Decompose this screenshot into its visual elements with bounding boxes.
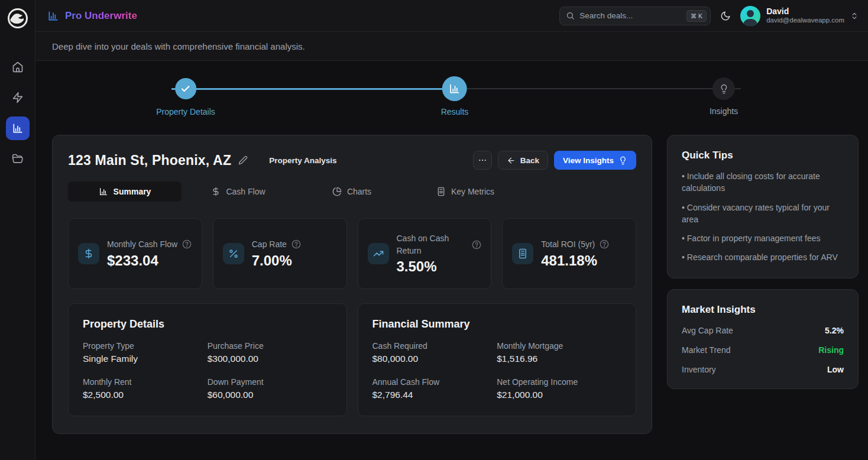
metric-monthly-cash-flow: Monthly Cash Flow $233.04 <box>68 218 202 289</box>
step-property-details[interactable]: Property Details <box>156 78 215 116</box>
insight-value: Low <box>827 365 844 374</box>
page-subtitle-bar: Deep dive into your deals with comprehen… <box>35 32 868 61</box>
bar-chart-icon <box>12 122 24 134</box>
metric-label: Cash on Cash Return <box>397 232 468 257</box>
field-annual-cash-flow: Annual Cash Flow $2,796.44 <box>373 377 497 400</box>
metric-cash-on-cash: Cash on Cash Return 3.50% <box>358 218 492 289</box>
app-logo[interactable] <box>7 8 28 29</box>
field-monthly-rent: Monthly Rent $2,500.00 <box>83 377 208 400</box>
metric-cap-rate: Cap Rate 7.00% <box>213 218 347 289</box>
sidebar-item-analysis[interactable] <box>6 116 30 140</box>
field-value: $2,796.44 <box>373 390 497 400</box>
percent-icon <box>223 243 244 264</box>
field-value: $1,516.96 <box>497 354 621 364</box>
moon-icon <box>720 11 731 21</box>
metric-total-roi: Total ROI (5yr) 481.18% <box>502 218 636 289</box>
step-label: Results <box>441 107 469 116</box>
field-monthly-mortgage: Monthly Mortgage $1,516.96 <box>497 341 621 364</box>
back-button[interactable]: Back <box>498 151 548 170</box>
app-title: Pro Underwrite <box>65 10 137 22</box>
metric-value: 3.50% <box>397 258 482 275</box>
step-insights[interactable]: Insights <box>710 77 738 116</box>
field-label: Annual Cash Flow <box>373 377 497 387</box>
quick-tips-card: Quick Tips • Include all closing costs f… <box>667 135 859 278</box>
bar-chart-icon <box>99 187 108 196</box>
market-insights-title: Market Insights <box>682 304 844 316</box>
header-actions: Back View Insights <box>473 151 636 170</box>
pie-chart-icon <box>332 187 342 196</box>
view-insights-label: View Insights <box>563 156 614 165</box>
field-cash-required: Cash Required $80,000.00 <box>373 341 497 364</box>
insight-label: Avg Cap Rate <box>682 326 733 335</box>
field-label: Cash Required <box>373 341 497 351</box>
pencil-icon <box>238 156 248 165</box>
field-label: Monthly Rent <box>83 377 208 387</box>
brand-chart-icon <box>47 10 59 22</box>
sidebar-item-quick-analyze[interactable] <box>6 86 30 109</box>
trending-up-icon <box>368 243 389 264</box>
search-input[interactable] <box>579 11 682 20</box>
field-purchase-price: Purchase Price $300,000.00 <box>208 341 332 364</box>
deal-address-title: 123 Main St, Phoenix, AZ <box>68 153 231 169</box>
lightbulb-icon <box>719 84 729 94</box>
metric-label: Total ROI (5yr) <box>541 238 595 250</box>
user-menu[interactable]: David david@dealwaveapp.com <box>740 6 859 26</box>
help-circle-icon[interactable] <box>472 240 481 250</box>
help-circle-icon[interactable] <box>292 239 301 249</box>
field-value: $21,000.00 <box>497 390 621 400</box>
more-options-button[interactable] <box>473 151 492 170</box>
bar-chart-icon <box>449 83 461 95</box>
metric-body: Monthly Cash Flow $233.04 <box>107 238 192 268</box>
wave-logo-icon <box>7 8 28 29</box>
dark-mode-toggle[interactable] <box>720 11 731 21</box>
view-insights-button[interactable]: View Insights <box>554 151 636 170</box>
tab-label: Summary <box>114 187 151 196</box>
metric-label: Monthly Cash Flow <box>107 238 177 250</box>
calculator-icon <box>512 243 533 264</box>
analysis-card: 123 Main St, Phoenix, AZ Property Analys… <box>52 135 652 434</box>
tab-summary[interactable]: Summary <box>68 182 182 202</box>
step-upcoming-circle <box>712 77 735 100</box>
tab-key-metrics[interactable]: Key Metrics <box>409 182 522 202</box>
field-net-operating-income: Net Operating Income $21,000.00 <box>497 377 621 400</box>
user-meta: David david@dealwaveapp.com <box>766 7 844 25</box>
help-circle-icon[interactable] <box>600 239 609 249</box>
zap-icon <box>12 92 24 103</box>
home-icon <box>12 61 24 73</box>
financial-summary-title: Financial Summary <box>373 318 622 331</box>
step-results[interactable]: Results <box>441 76 469 116</box>
user-name: David <box>766 7 844 17</box>
sidebar-item-deals[interactable] <box>6 147 30 171</box>
search-box[interactable]: ⌘ K <box>559 7 711 25</box>
chevrons-up-down-icon <box>850 12 859 20</box>
left-rail <box>0 0 35 460</box>
quick-tip: • Include all closing costs for accurate… <box>682 170 844 195</box>
right-sidebar: Quick Tips • Include all closing costs f… <box>667 135 859 389</box>
tab-cash-flow[interactable]: Cash Flow <box>182 182 295 202</box>
progress-stepper: Property Details Results Insights <box>35 61 868 126</box>
dollar-sign-icon <box>78 243 99 264</box>
metric-value: 7.00% <box>252 252 337 269</box>
field-value: $60,000.00 <box>208 390 332 400</box>
topbar-right: ⌘ K David david@dealwaveapp.com <box>559 6 859 26</box>
help-circle-icon[interactable] <box>182 239 192 249</box>
tab-charts[interactable]: Charts <box>295 182 409 202</box>
metric-body: Total ROI (5yr) 481.18% <box>541 238 626 268</box>
field-value: $2,500.00 <box>83 390 208 400</box>
step-label: Insights <box>710 106 738 116</box>
step-label: Property Details <box>156 107 215 116</box>
sidebar-item-home[interactable] <box>6 55 30 79</box>
quick-tip: • Consider vacancy rates typical for you… <box>682 202 844 226</box>
insight-value: 5.2% <box>825 326 844 335</box>
insight-market-trend: Market Trend Rising <box>682 345 844 355</box>
brand: Pro Underwrite <box>47 10 137 22</box>
edit-address-button[interactable] <box>238 156 248 165</box>
insight-inventory: Inventory Low <box>682 365 844 374</box>
ellipsis-icon <box>478 156 487 165</box>
check-icon <box>181 84 191 94</box>
field-label: Down Payment <box>208 377 332 387</box>
stepper-connector-upcoming <box>455 88 741 89</box>
folder-open-icon <box>12 153 24 165</box>
field-property-type: Property Type Single Family <box>83 341 208 364</box>
metric-body: Cap Rate 7.00% <box>252 238 337 268</box>
